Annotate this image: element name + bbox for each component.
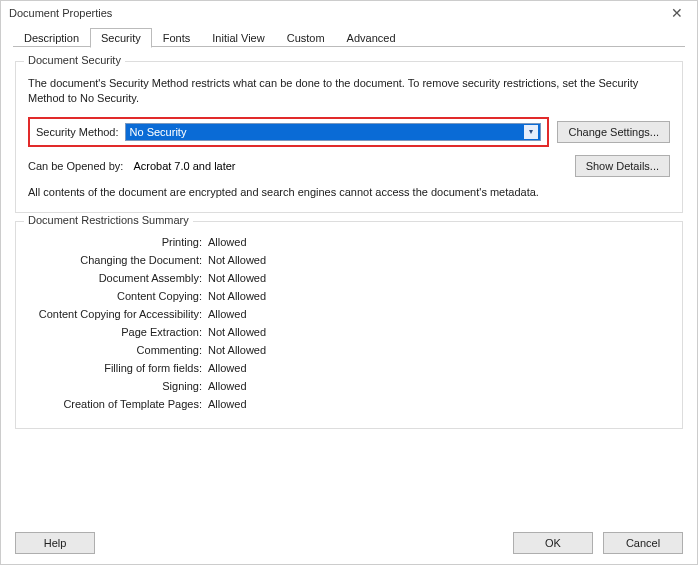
tab-fonts[interactable]: Fonts (152, 28, 202, 47)
restriction-row: Content Copying for Accessibility:Allowe… (28, 308, 670, 320)
restriction-row: Changing the Document:Not Allowed (28, 254, 670, 266)
restriction-value: Allowed (208, 398, 247, 410)
tab-strip: DescriptionSecurityFontsInitial ViewCust… (1, 25, 697, 47)
document-security-group: Document Security The document's Securit… (15, 61, 683, 213)
restriction-value: Not Allowed (208, 290, 266, 302)
restriction-value: Allowed (208, 380, 247, 392)
restriction-row: Commenting:Not Allowed (28, 344, 670, 356)
restriction-value: Allowed (208, 362, 247, 374)
tab-security[interactable]: Security (90, 28, 152, 48)
change-settings-button[interactable]: Change Settings... (557, 121, 670, 143)
restriction-label: Content Copying for Accessibility: (28, 308, 208, 320)
restriction-row: Page Extraction:Not Allowed (28, 326, 670, 338)
restriction-value: Not Allowed (208, 254, 266, 266)
help-button[interactable]: Help (15, 532, 95, 554)
opened-by-label: Can be Opened by: (28, 160, 123, 172)
restriction-label: Filling of form fields: (28, 362, 208, 374)
restriction-row: Content Copying:Not Allowed (28, 290, 670, 302)
chevron-down-icon: ▾ (524, 125, 538, 139)
tab-content: Document Security The document's Securit… (1, 47, 697, 522)
restriction-label: Commenting: (28, 344, 208, 356)
security-method-dropdown[interactable]: No Security ▾ (125, 123, 542, 141)
dialog-window: Document Properties ✕ DescriptionSecurit… (0, 0, 698, 565)
restriction-label: Changing the Document: (28, 254, 208, 266)
tab-description[interactable]: Description (13, 28, 90, 47)
restriction-value: Allowed (208, 236, 247, 248)
security-description: The document's Security Method restricts… (28, 76, 670, 107)
cancel-button[interactable]: Cancel (603, 532, 683, 554)
restriction-label: Creation of Template Pages: (28, 398, 208, 410)
restriction-row: Document Assembly:Not Allowed (28, 272, 670, 284)
security-method-value: No Security (130, 126, 187, 138)
ok-button[interactable]: OK (513, 532, 593, 554)
close-icon[interactable]: ✕ (665, 5, 689, 21)
restriction-label: Document Assembly: (28, 272, 208, 284)
restriction-row: Filling of form fields:Allowed (28, 362, 670, 374)
restrictions-legend: Document Restrictions Summary (24, 214, 193, 226)
restriction-row: Creation of Template Pages:Allowed (28, 398, 670, 410)
restrictions-list: Printing:AllowedChanging the Document:No… (28, 236, 670, 410)
opened-by-value: Acrobat 7.0 and later (133, 160, 235, 172)
restriction-label: Signing: (28, 380, 208, 392)
dialog-footer: Help OK Cancel (1, 522, 697, 564)
restriction-label: Page Extraction: (28, 326, 208, 338)
window-title: Document Properties (9, 7, 112, 19)
restriction-value: Not Allowed (208, 344, 266, 356)
restrictions-group: Document Restrictions Summary Printing:A… (15, 221, 683, 429)
security-method-row: Security Method: No Security ▾ Change Se… (28, 117, 670, 147)
restriction-label: Printing: (28, 236, 208, 248)
document-security-legend: Document Security (24, 54, 125, 66)
encryption-note: All contents of the document are encrypt… (28, 185, 548, 200)
restriction-row: Printing:Allowed (28, 236, 670, 248)
tab-advanced[interactable]: Advanced (336, 28, 407, 47)
opened-by-row: Can be Opened by: Acrobat 7.0 and later … (28, 155, 670, 177)
security-method-label: Security Method: (36, 126, 119, 138)
tab-initial-view[interactable]: Initial View (201, 28, 275, 47)
restriction-value: Allowed (208, 308, 247, 320)
restriction-value: Not Allowed (208, 272, 266, 284)
restriction-value: Not Allowed (208, 326, 266, 338)
titlebar: Document Properties ✕ (1, 1, 697, 25)
restriction-label: Content Copying: (28, 290, 208, 302)
show-details-button[interactable]: Show Details... (575, 155, 670, 177)
restriction-row: Signing:Allowed (28, 380, 670, 392)
security-method-highlight: Security Method: No Security ▾ (28, 117, 549, 147)
tab-custom[interactable]: Custom (276, 28, 336, 47)
